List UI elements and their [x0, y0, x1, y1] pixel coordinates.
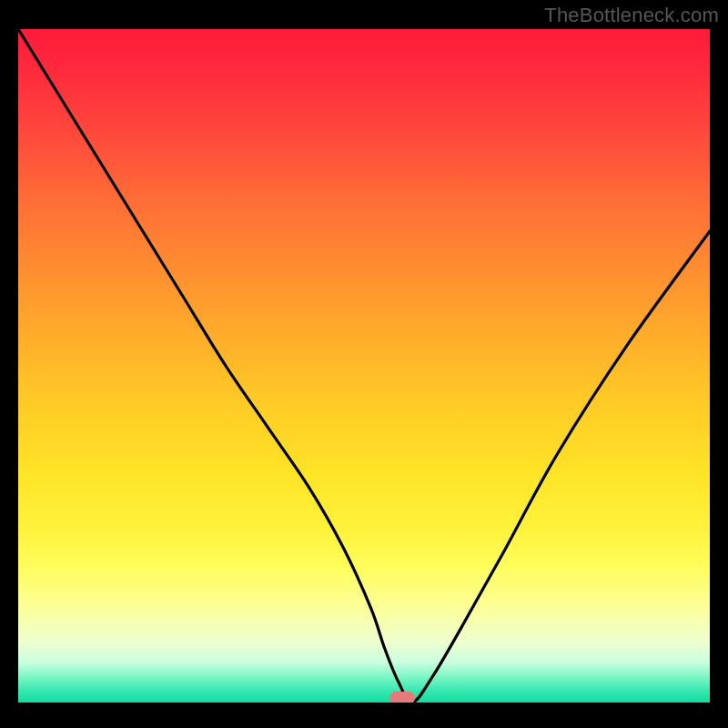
curve-svg: [18, 29, 710, 703]
watermark-text: TheBottleneck.com: [544, 4, 719, 27]
chart-frame: TheBottleneck.com: [0, 0, 728, 728]
plot-area: [18, 29, 710, 703]
minimum-marker: [389, 692, 415, 703]
bottleneck-curve-path: [18, 29, 710, 703]
